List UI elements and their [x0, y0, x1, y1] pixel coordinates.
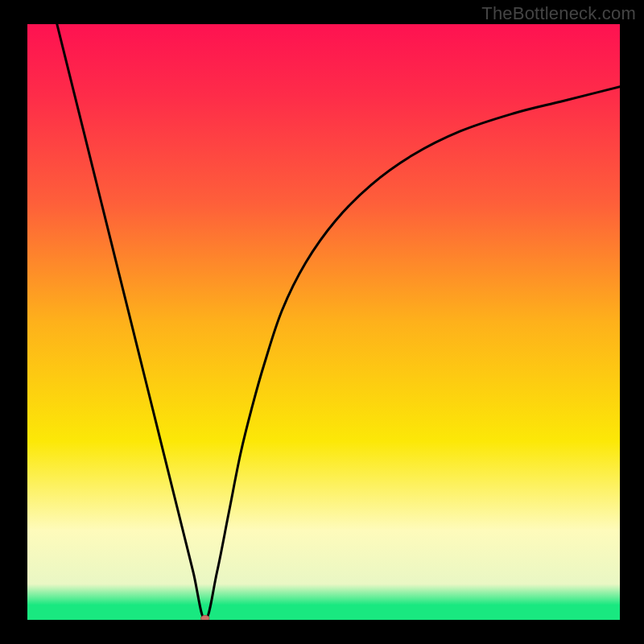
gradient-background: [27, 24, 620, 620]
chart-svg: [27, 24, 620, 620]
watermark-text: TheBottleneck.com: [481, 3, 636, 24]
plot-area: [27, 24, 620, 620]
chart-frame: TheBottleneck.com: [0, 0, 644, 644]
optimal-marker: [201, 615, 209, 620]
